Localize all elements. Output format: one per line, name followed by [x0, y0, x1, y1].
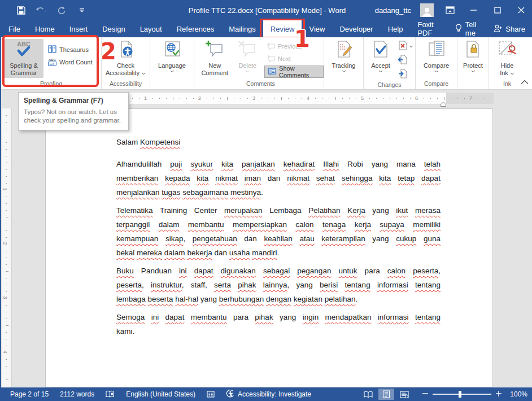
share-button[interactable]: Share — [486, 20, 532, 37]
protect-button[interactable]: Protect — [457, 39, 489, 74]
changes-group-label: Changes — [364, 81, 415, 89]
zoom-level[interactable]: 100% — [506, 390, 527, 398]
web-layout-button[interactable] — [396, 389, 412, 400]
next-comment-label: Next — [278, 55, 291, 62]
misspelled-word: tentang — [415, 281, 441, 289]
misspelled-word: iman — [245, 174, 261, 182]
read-mode-button[interactable] — [360, 389, 376, 400]
misspelled-word: dapat — [421, 174, 441, 182]
tab-insert[interactable]: Insert — [62, 20, 95, 37]
dropdown-chevron-icon — [409, 45, 413, 48]
undo-icon[interactable] — [35, 4, 47, 16]
thesaurus-label: Thesaurus — [59, 46, 89, 53]
misspelled-word: ini — [179, 267, 187, 275]
tab-file[interactable]: File — [1, 20, 28, 37]
misspelled-word: sebagai — [263, 267, 290, 275]
macro-grid-icon[interactable] — [203, 387, 218, 401]
signed-in-user[interactable]: dadang_ttc — [375, 6, 411, 15]
misspelled-word: merasa — [415, 206, 441, 215]
print-layout-button[interactable] — [378, 389, 394, 400]
language-button[interactable]: Language — [152, 39, 192, 74]
document-page[interactable]: Salam KompetensiAlhamdulillah puji syuku… — [45, 108, 493, 387]
misspelled-word: Semoga — [116, 313, 145, 321]
status-bar: Page 2 of 15 2112 words English (United … — [1, 387, 532, 401]
page-indicator[interactable]: Page 2 of 15 — [7, 387, 52, 401]
delete-comment-icon — [238, 40, 257, 60]
misspelled-word: sehingga — [342, 174, 373, 182]
show-comments-button[interactable]: Show Comments — [264, 66, 324, 78]
tab-label: Design — [102, 25, 125, 33]
next-change-icon[interactable] — [398, 69, 413, 81]
misspelled-word: untuk — [339, 267, 357, 275]
accessibility-status[interactable]: Accessibility: Investigate — [223, 387, 315, 401]
tab-design[interactable]: Design — [95, 20, 132, 37]
tab-foxit-pdf[interactable]: Foxit PDF — [410, 20, 449, 37]
next-comment-icon — [267, 55, 275, 63]
tab-mailings[interactable]: Mailings — [221, 20, 263, 37]
compare-button[interactable]: Compare — [417, 39, 456, 74]
tab-layout[interactable]: Layout — [133, 20, 169, 37]
tab-label: View — [309, 25, 325, 33]
misspelled-word: Kerja — [347, 206, 365, 215]
reject-change-icon[interactable] — [398, 41, 407, 53]
maximize-button[interactable] — [490, 3, 505, 18]
ribbon-display-options-icon[interactable] — [443, 3, 457, 18]
zoom-in-button[interactable] — [496, 390, 502, 398]
save-icon[interactable] — [15, 4, 27, 16]
misspelled-word: kepada — [165, 174, 190, 182]
accessibility-icon — [226, 390, 234, 399]
close-button[interactable] — [514, 3, 529, 18]
word-count-indicator[interactable]: 2112 words — [56, 387, 98, 401]
zoom-out-button[interactable] — [422, 390, 428, 398]
tooltip-body: Typos? Not on our watch. Let uscheck you… — [24, 108, 123, 125]
dropdown-chevron-icon — [170, 70, 175, 73]
zoom-slider[interactable] — [433, 391, 491, 398]
zoom-slider-handle[interactable] — [459, 391, 461, 398]
tab-developer[interactable]: Developer — [332, 20, 380, 37]
spelling-grammar-button[interactable]: ABC Spelling &Grammar — [4, 39, 43, 78]
misspelled-word: telah — [424, 160, 441, 168]
tracking-button[interactable]: Tracking — [325, 39, 363, 74]
tab-references[interactable]: References — [169, 20, 221, 37]
hide-ink-button[interactable]: HideInk — [491, 39, 524, 78]
previous-change-icon[interactable] — [398, 55, 413, 67]
customize-qat-icon[interactable] — [76, 4, 88, 16]
new-comment-button[interactable]: NewComment — [199, 39, 231, 78]
tab-label: Developer — [339, 25, 373, 33]
tab-home[interactable]: Home — [28, 20, 62, 37]
tell-me-box[interactable]: Tell me — [450, 20, 486, 37]
paragraph: Semoga ini dapat membantu para pihak yan… — [116, 310, 441, 338]
misspelled-word: mereka — [137, 249, 162, 257]
show-comments-icon — [268, 68, 276, 76]
misspelled-word: cukup — [396, 234, 416, 243]
misspelled-word: pelatihan — [325, 295, 356, 303]
misspelled-word: lembaga — [116, 295, 146, 303]
misspelled-word: Buku — [116, 267, 134, 275]
ink-group-label: Ink — [489, 80, 525, 89]
minimize-button[interactable] — [466, 3, 481, 18]
proofing-group-label: Proofing — [1, 80, 101, 89]
right-indent-marker[interactable] — [441, 99, 446, 109]
language-indicator[interactable]: English (United States) — [123, 387, 199, 401]
misspelled-word: pengetahuan — [193, 234, 237, 243]
language-globe-icon — [163, 40, 182, 60]
proofing-errors-icon[interactable] — [102, 387, 118, 401]
redo-icon[interactable] — [55, 4, 68, 16]
check-accessibility-button[interactable]: CheckAccessibility — [103, 39, 149, 78]
tell-me-label: Tell me — [465, 20, 480, 37]
dropdown-chevron-icon — [378, 70, 383, 73]
previous-comment-button: Previous — [264, 40, 324, 53]
collapse-ribbon-icon[interactable] — [521, 77, 529, 87]
tab-view[interactable]: View — [302, 20, 332, 37]
accept-button[interactable]: Accept — [365, 39, 396, 74]
tab-help[interactable]: Help — [381, 20, 411, 37]
misspelled-word: mestinya — [230, 188, 261, 197]
misspelled-word: menjalankan — [116, 188, 160, 197]
user-avatar[interactable] — [420, 3, 434, 17]
tab-review[interactable]: Review — [263, 20, 302, 37]
thesaurus-button[interactable]: Thesaurus — [46, 43, 95, 56]
ruler-number: 3 — [2, 296, 8, 299]
misspelled-word: syukur — [190, 160, 213, 168]
title-bar: Profile TTC 22.docx [Compatibility Mode]… — [1, 0, 532, 20]
word-count-button[interactable]: ABC123 Word Count — [46, 56, 95, 68]
